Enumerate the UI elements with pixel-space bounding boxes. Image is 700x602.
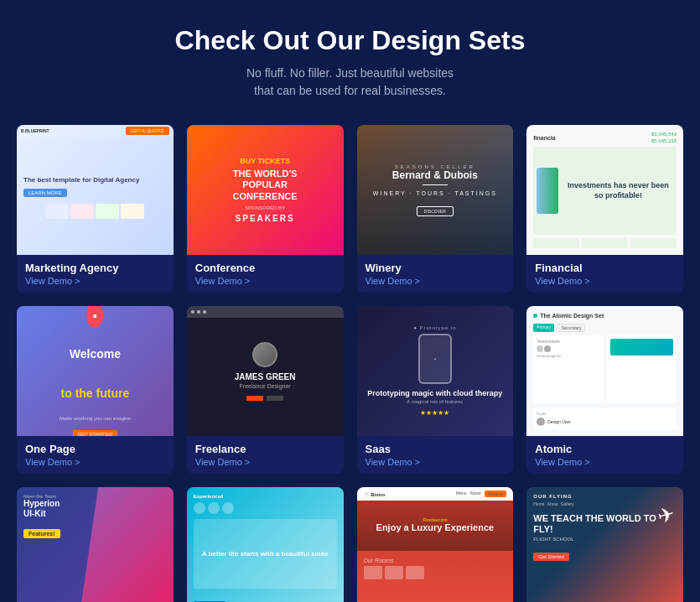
freelance-links — [235, 396, 296, 401]
bnb-room-cards — [364, 566, 507, 579]
card-info-saas: Saas View Demo > — [357, 436, 514, 474]
fin-hero: Investments has never been so profitable… — [533, 147, 677, 235]
freelance-navbar — [187, 306, 344, 318]
card-grid-row1: B.BLUEPRINT GET A QUOTE The best templat… — [17, 125, 683, 293]
fin-hero-text: Investments has never been so profitable… — [563, 181, 673, 200]
card-info-atomic: Atomic View Demo > — [526, 436, 683, 474]
dent-cta: Book Now — [194, 595, 337, 602]
room-card — [364, 566, 382, 579]
fin-numbers: $3,345,543 $5,345,235 — [651, 132, 677, 143]
card-thumb-conference: BUY TICKETS THE WORLD'SPOPULARCONFERENCE… — [187, 125, 344, 255]
mockup-hosted: SPONSORED BY — [233, 205, 298, 210]
card-conference[interactable]: BUY TICKETS THE WORLD'SPOPULARCONFERENCE… — [187, 125, 344, 293]
dent-icons-row — [194, 502, 337, 514]
card-bnb[interactable]: 🍴 Bistro Menu About Reserve Restaurant E… — [357, 487, 514, 602]
card-winery[interactable]: SEASONS CELLER Bernard & Dubois WINERY ·… — [357, 125, 514, 293]
saas-tagline: Prototyping magic with cloud therapy — [367, 389, 502, 397]
onepage-cta: GET STARTED — [53, 424, 138, 436]
fin-stats — [533, 238, 677, 248]
fin-stat3 — [630, 238, 677, 248]
winery-sub: WINERY · TOURS · TASTINGS — [373, 190, 497, 196]
flight-overlay: OUR FLYING Home About Gallery ✈ WE TEACH… — [526, 487, 683, 602]
card-link[interactable]: View Demo > — [366, 276, 506, 286]
service-block — [45, 204, 69, 219]
dent-icon — [222, 502, 234, 514]
winery-name: Bernard & Dubois — [392, 169, 478, 181]
mockup-cta: GET A QUOTE — [126, 127, 169, 135]
page-title: Check Out Our Design Sets — [17, 25, 683, 56]
subtitle-line1: No fluff. No filler. Just beautiful webs… — [246, 66, 454, 80]
bnb-hero-content: Restaurant Enjoy a Luxury Experience — [376, 517, 495, 533]
testimonial-label: Testimonials — [537, 339, 599, 344]
card-thumb-saas: ● Prototype.io ✦ Prototyping magic with … — [357, 306, 514, 436]
mockup-world: THE WORLD'SPOPULARCONFERENCE — [233, 169, 298, 202]
winery-overlay: SEASONS CELLER Bernard & Dubois WINERY ·… — [357, 125, 514, 255]
card-thumb-hyperion: Meet the Team HyperionUI-Kit Features! — [17, 487, 174, 602]
card-info-conference: Conference View Demo > — [187, 255, 344, 293]
mockup-buy: BUY TICKETS — [233, 157, 298, 165]
card-title: Freelance — [195, 443, 335, 455]
card-onepage[interactable]: ● Welcome to the future Made anything yo… — [17, 306, 174, 474]
room-card — [385, 566, 403, 579]
card-thumb-atomic: The Atomic Design Set Primary Secondary … — [526, 306, 683, 436]
card-atomic[interactable]: The Atomic Design Set Primary Secondary … — [526, 306, 683, 474]
card-thumb-bnb: 🍴 Bistro Menu About Reserve Restaurant E… — [357, 487, 514, 602]
fin-stat2 — [582, 238, 628, 248]
card-link[interactable]: View Demo > — [195, 276, 335, 286]
card-link[interactable]: View Demo > — [535, 457, 675, 467]
card-info-freelance: Freelance View Demo > — [187, 436, 344, 474]
card-thumb-marketing: B.BLUEPRINT GET A QUOTE The best templat… — [17, 125, 174, 255]
onepage-inner: ● Welcome to the future Made anything yo… — [44, 306, 147, 436]
freelance-name: JAMES GREEN — [235, 372, 296, 381]
atomic-inner: The Atomic Design Set Primary Secondary … — [526, 306, 683, 436]
fin-num1: $3,345,543 — [651, 132, 677, 137]
dent-hero-text: A better life starts with a beautiful sm… — [202, 549, 329, 558]
card-link[interactable]: View Demo > — [535, 276, 675, 286]
card-link[interactable]: View Demo > — [195, 457, 335, 467]
bnb-title: Enjoy a Luxury Experience — [376, 522, 495, 533]
freelance-link — [267, 396, 283, 401]
saas-sub: A magical mix of features — [367, 399, 502, 404]
flight-cta: Get Started — [533, 547, 677, 562]
card-title: Marketing Agency — [25, 262, 165, 274]
card-thumb-dentist: Experienced A better life starts with a … — [187, 487, 344, 602]
card-link[interactable]: View Demo > — [25, 276, 165, 286]
card-saas[interactable]: ● Prototype.io ✦ Prototyping magic with … — [357, 306, 514, 474]
bnb-header: 🍴 Bistro Menu About Reserve — [357, 487, 514, 501]
dollar-bill-img — [537, 168, 558, 214]
saas-inner: ● Prototype.io ✦ Prototyping magic with … — [359, 313, 511, 429]
page-subtitle: No fluff. No filler. Just beautiful webs… — [17, 65, 683, 100]
service-block — [121, 204, 144, 219]
fin-header: financia $3,345,543 $5,345,235 — [533, 132, 677, 143]
flight-logo: OUR FLYING — [533, 494, 677, 499]
fin-logo: financia — [533, 135, 555, 141]
card-link[interactable]: View Demo > — [25, 457, 165, 467]
saas-stars: ★★★★★ — [367, 409, 502, 417]
card-hyperion[interactable]: Meet the Team HyperionUI-Kit Features! H… — [17, 487, 174, 602]
saas-phone: ✦ — [418, 334, 452, 384]
winery-cta: DISCOVER — [417, 201, 454, 216]
card-title: Atomic — [535, 443, 675, 455]
profile-avatar — [537, 418, 545, 426]
card-flight-school[interactable]: OUR FLYING Home About Gallery ✈ WE TEACH… — [526, 487, 683, 602]
card-grid-row2: ● Welcome to the future Made anything yo… — [17, 306, 683, 474]
card-thumb-onepage: ● Welcome to the future Made anything yo… — [17, 306, 174, 436]
card-dentist[interactable]: Experienced A better life starts with a … — [187, 487, 344, 602]
onepage-future: to the future — [53, 374, 138, 413]
card-title: Winery — [366, 262, 506, 274]
bnb-hero-img: Restaurant Enjoy a Luxury Experience — [357, 501, 514, 551]
card-freelance[interactable]: JAMES GREEN Freelance Designer Freelance… — [187, 306, 344, 474]
service-block — [96, 204, 119, 219]
card-link[interactable]: View Demo > — [366, 457, 506, 467]
card-marketing-agency[interactable]: B.BLUEPRINT GET A QUOTE The best templat… — [17, 125, 174, 293]
freelance-avatar — [252, 342, 277, 367]
card-thumb-financial: financia $3,345,543 $5,345,235 Investmen… — [526, 125, 683, 255]
card-thumb-winery: SEASONS CELLER Bernard & Dubois WINERY ·… — [357, 125, 514, 255]
mockup-speakers: SPEAKERS — [233, 214, 298, 223]
dentist-inner: Experienced A better life starts with a … — [187, 487, 344, 602]
atomic-dot — [533, 314, 537, 318]
card-financial[interactable]: financia $3,345,543 $5,345,235 Investmen… — [526, 125, 683, 293]
dent-icon — [194, 502, 205, 514]
subtitle-line2: that can be used for real businesses. — [254, 84, 446, 97]
card-info-onepage: One Page View Demo > — [17, 436, 174, 474]
